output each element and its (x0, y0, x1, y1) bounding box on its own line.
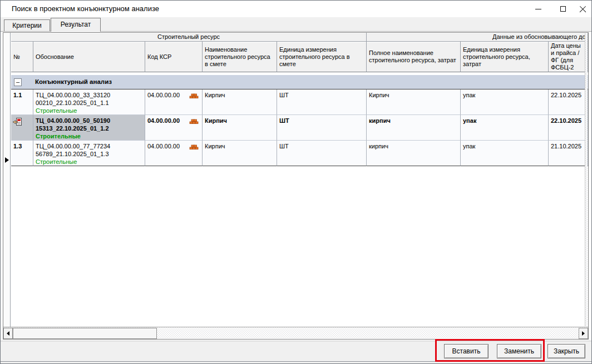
minimize-icon (535, 9, 541, 9)
band-header-row: Строительный ресурс Данные из обосновыва… (11, 33, 588, 42)
results-grid: Строительный ресурс Данные из обосновыва… (3, 32, 589, 340)
window-title: Поиск в проектном конъюнктурном анализе (12, 1, 159, 17)
left-arrow-icon (7, 331, 9, 336)
table-row-selected[interactable]: ТЦ_04.00.00.00_50_50190 15313_22.10.2025… (11, 115, 588, 141)
justification-cell: ТЦ_04.00.00.00_77_77234 56789_21.10.2025… (33, 141, 145, 166)
price-date-cell: 22.10.2025 (549, 89, 588, 115)
justification-code-line2: 15313_22.10.2025_01_1.2 (36, 124, 142, 132)
close-icon (579, 6, 586, 13)
close-button[interactable] (573, 1, 592, 17)
brick-icon (189, 118, 199, 125)
justification-code-line1: ТЦ_04.00.00.00_50_50190 (36, 117, 142, 124)
minimize-button[interactable] (527, 1, 549, 17)
tab-result-label: Результат (61, 21, 91, 28)
horizontal-scrollbar-thumb[interactable] (13, 328, 157, 339)
col-header-estimate-unit[interactable]: Единица измерения строительного ресурса … (277, 42, 367, 72)
col-header-estimate-name[interactable]: Наименование строительного ресурса в сме… (203, 42, 277, 72)
justification-cell: ТЦ_04.00.00.00_50_50190 15313_22.10.2025… (33, 115, 145, 141)
col-header-number[interactable]: № (11, 42, 33, 72)
ksr-code-value: 04.00.00.00 (147, 143, 180, 149)
scroll-right-button[interactable] (579, 328, 588, 339)
unit-cell: упак (461, 141, 549, 166)
scroll-left-button[interactable] (3, 328, 13, 339)
group-row-market-analysis[interactable]: – Конъюнктурный анализ (11, 75, 588, 89)
price-date-cell: 22.10.2025 (549, 115, 588, 141)
ksr-code-value: 04.00.00.00 (147, 117, 180, 124)
justification-code-line1: ТЦ_04.00.00.00_33_33120 (36, 91, 142, 99)
bottom-button-panel: Вставить Заменить Закрыть (1, 341, 591, 362)
justification-code-line2: 00210_22.10.2025_01_1.1 (36, 99, 142, 107)
full-name-cell: кирпич (367, 115, 461, 141)
tab-result[interactable]: Результат (51, 18, 101, 32)
band-justifying-document-data: Данные из обосновывающего до (367, 33, 588, 42)
col-header-justification[interactable]: Обоснование (33, 42, 145, 72)
category-label: Строительные (36, 132, 142, 140)
price-date-cell: 21.10.2025 (549, 141, 588, 166)
justification-code-line1: ТЦ_04.00.00.00_77_77234 (36, 142, 142, 150)
replace-button[interactable]: Заменить (497, 344, 541, 358)
col-header-ksr-code[interactable]: Код КСР (145, 42, 203, 72)
unit-cell: упак (461, 89, 549, 115)
titlebar: Поиск в проектном конъюнктурном анализе (1, 1, 591, 17)
dialog-window: Поиск в проектном конъюнктурном анализе … (0, 0, 592, 364)
row-indicator-column (3, 33, 11, 327)
estimate-name-cell: Кирпич (203, 115, 277, 141)
estimate-name-cell: Кирпич (203, 141, 277, 166)
brick-icon (189, 93, 199, 99)
col-header-price-date[interactable]: Дата цены и прайса / ФГ (для ФСБЦ-2 (549, 42, 588, 72)
ksr-code-cell: 04.00.00.00 (145, 115, 203, 141)
row-number-cell: 1.1 (11, 89, 33, 115)
close-dialog-button[interactable]: Закрыть (547, 344, 585, 358)
tab-criteria-label: Критерии (12, 22, 41, 29)
group-label: Конъюнктурный анализ (35, 78, 112, 85)
row-number-cell (11, 115, 33, 141)
justification-cell: ТЦ_04.00.00.00_33_33120 00210_22.10.2025… (33, 89, 145, 115)
band-construction-resource: Строительный ресурс (11, 33, 367, 42)
justification-code-line2: 56789_21.10.2025_01_1.3 (36, 150, 142, 158)
estimate-name-cell: Кирпич (203, 89, 277, 115)
right-arrow-icon (582, 331, 585, 336)
maximize-icon (560, 6, 566, 12)
table-row[interactable]: 1.3 ТЦ_04.00.00.00_77_77234 56789_21.10.… (11, 141, 588, 166)
maximize-button[interactable] (552, 1, 574, 17)
ksr-code-cell: 04.00.00.00 (145, 89, 203, 115)
full-name-cell: Кирпич (367, 89, 461, 115)
table-row[interactable]: 1.1 ТЦ_04.00.00.00_33_33120 00210_22.10.… (11, 89, 588, 115)
estimate-unit-cell: ШТ (277, 115, 367, 141)
category-label: Строительные (36, 158, 142, 166)
col-header-full-name[interactable]: Полное наименование строительного ресурс… (367, 42, 461, 72)
estimate-unit-cell: ШТ (277, 89, 367, 115)
estimate-unit-cell: ШТ (277, 141, 367, 166)
insert-button[interactable]: Вставить (444, 344, 489, 358)
ksr-code-value: 04.00.00.00 (147, 92, 180, 98)
horizontal-scrollbar[interactable] (3, 327, 588, 339)
category-label: Строительные (36, 107, 142, 114)
vertical-scrollbar[interactable] (585, 33, 588, 326)
current-row-arrow-icon (5, 157, 9, 163)
row-number-cell: 1.3 (11, 141, 33, 166)
col-header-unit[interactable]: Единица измерения строительного ресурса,… (461, 42, 549, 72)
brick-icon (189, 144, 199, 151)
ksr-code-cell: 04.00.00.00 (145, 141, 203, 166)
tab-strip: Критерии Результат (1, 17, 591, 32)
column-header-row: № Обоснование Код КСР Наименование строи… (11, 42, 588, 72)
unit-cell: упак (461, 115, 549, 141)
tab-criteria[interactable]: Критерии (4, 19, 50, 32)
full-name-cell: кирпич (367, 141, 461, 166)
collapse-minus-icon[interactable]: – (14, 78, 22, 86)
result-page: Строительный ресурс Данные из обосновыва… (1, 32, 591, 341)
editing-record-icon (12, 117, 22, 127)
